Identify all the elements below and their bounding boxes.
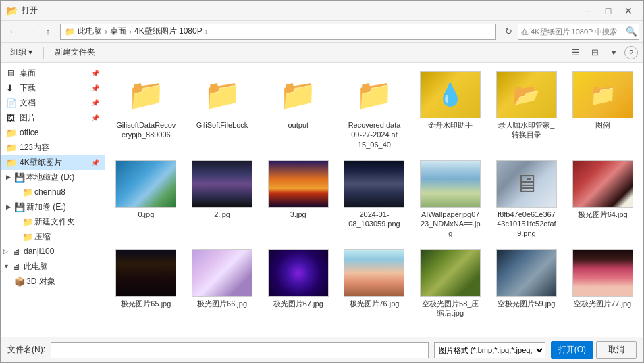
filename-input[interactable]: [51, 342, 429, 358]
file-label: 极光图片66.jpg: [197, 299, 247, 308]
sidebar-item-desktop[interactable]: 🖥 桌面 📌: [1, 66, 105, 80]
sidebar-item-label: 此电脑: [24, 261, 48, 272]
sidebar-item-newfolder[interactable]: 📁 新建文件夹: [1, 214, 105, 229]
sidebar-item-pictures[interactable]: 🖼 图片 📌: [1, 110, 105, 125]
file-label: AIWallpaperjpg0723_NDMxNA==.jpg: [420, 210, 481, 239]
sidebar-item-123[interactable]: 📁 123内容: [1, 140, 105, 155]
file-item[interactable]: 空极光图片58_压缩后.jpg: [415, 247, 486, 321]
sidebar-item-localdisk[interactable]: ▶ 💾 本地磁盘 (D:): [1, 170, 105, 185]
expand-arrow: ▷: [3, 248, 10, 255]
view-list-button[interactable]: ☰: [568, 45, 584, 60]
file-thumbnail: [268, 160, 329, 208]
sidebar-item-label: 4K壁纸图片: [20, 157, 62, 168]
file-thumbnail: [420, 249, 481, 297]
file-item[interactable]: 📂 录大咖水印管家_转换目录: [491, 68, 562, 152]
expand-arrow: ▼: [3, 263, 10, 270]
sidebar-item-label: 压缩: [34, 231, 51, 243]
file-thumbnail: [572, 160, 633, 208]
file-item[interactable]: 📁 GiliSoftFileLock: [187, 68, 258, 152]
file-item[interactable]: 0.jpg: [111, 158, 182, 241]
breadcrumb-current: 4K壁纸图片 1080P: [134, 26, 203, 37]
help-button[interactable]: ?: [624, 46, 638, 59]
file-label: 空极光图片58_压缩后.jpg: [420, 299, 481, 318]
file-item[interactable]: 📁 Recovered data 09-27-2024 at 15_06_40: [339, 68, 410, 152]
maximize-button[interactable]: □: [599, 3, 618, 19]
file-item[interactable]: 极光图片64.jpg: [567, 158, 638, 241]
forward-button[interactable]: →: [22, 24, 38, 40]
refresh-button[interactable]: ↻: [500, 24, 516, 40]
sidebar-item-newvol[interactable]: ▶ 💾 新加卷 (E:): [1, 199, 105, 214]
file-item[interactable]: 极光图片76.jpg: [339, 247, 410, 321]
file-item[interactable]: 空极光图片77.jpg: [567, 247, 638, 321]
file-item[interactable]: AIWallpaperjpg0723_NDMxNA==.jpg: [415, 158, 486, 241]
file-item[interactable]: 空极光图片59.jpg: [491, 247, 562, 321]
sidebar-item-thispc[interactable]: ▼ 🖥 此电脑: [1, 259, 105, 274]
main-area: 🖥 桌面 📌 ⬇ 下载 📌 📄 文档 📌 🖼 图片 📌 📁 of: [1, 63, 643, 337]
folder-icon: 📁: [6, 143, 17, 153]
file-label: 极光图片64.jpg: [578, 210, 628, 219]
file-thumbnail: 📁: [572, 71, 633, 118]
file-label: GilisoftDataRecoverypjb_889006: [115, 120, 176, 140]
toolbar: 组织 ▾ 新建文件夹 ☰ ⊞ ▾ ?: [1, 43, 643, 63]
file-label: 金舟水印助手: [428, 120, 473, 130]
file-item[interactable]: 📁 GilisoftDataRecoverypjb_889006: [111, 68, 182, 152]
file-item[interactable]: 极光图片66.jpg: [187, 247, 258, 321]
file-item[interactable]: 极光图片65.jpg: [111, 247, 182, 321]
folder-icon: 📁: [22, 217, 33, 227]
sidebar-item-label: 图片: [20, 112, 36, 124]
view-grid-button[interactable]: ⊞: [587, 45, 603, 60]
file-thumbnail: 📁: [115, 71, 176, 118]
sidebar-item-office[interactable]: 📁 office: [1, 125, 105, 140]
file-item[interactable]: 2024-01-08_103059.png: [339, 158, 410, 241]
file-label: 空极光图片77.jpg: [574, 299, 631, 308]
sidebar-item-downloads[interactable]: ⬇ 下载 📌: [1, 80, 105, 95]
filename-label: 文件名(N):: [7, 344, 45, 356]
new-folder-button[interactable]: 新建文件夹: [51, 45, 99, 60]
sidebar-item-compressed[interactable]: 📁 压缩: [1, 229, 105, 244]
sidebar-item-danji100[interactable]: ▷ 🖥 danji100: [1, 244, 105, 259]
bottom-bar: 文件名(N): 图片格式 (*.bmp;*.jpg;*.jpeg; 打开(O) …: [1, 337, 643, 362]
sidebar-item-label: 3D 对象: [26, 276, 55, 287]
file-thumbnail: [192, 249, 252, 297]
documents-icon: 📄: [6, 98, 17, 108]
file-label: 录大咖水印管家_转换目录: [496, 120, 557, 140]
open-button[interactable]: 打开(O): [551, 341, 593, 359]
file-item[interactable]: 2.jpg: [187, 158, 258, 241]
up-button[interactable]: ↑: [40, 24, 56, 40]
file-thumbnail: [496, 249, 557, 297]
file-thumbnail: [344, 249, 404, 297]
sidebar-item-label: office: [20, 128, 38, 137]
search-box: 🔍: [518, 24, 639, 40]
search-button[interactable]: 🔍: [624, 24, 639, 39]
file-thumbnail: 📂: [496, 71, 557, 118]
sidebar-item-4kwallpaper[interactable]: 📁 4K壁纸图片 📌: [1, 155, 105, 170]
organize-button[interactable]: 组织 ▾: [6, 45, 36, 60]
window-icon: 📂: [6, 5, 18, 16]
sidebar-item-label: danji100: [24, 247, 54, 256]
breadcrumb[interactable]: 📁 此电脑 › 桌面 › 4K壁纸图片 1080P ›: [60, 24, 496, 40]
cancel-button[interactable]: 取消: [596, 341, 637, 359]
sidebar-item-documents[interactable]: 📄 文档 📌: [1, 95, 105, 110]
file-item[interactable]: 📁 output: [263, 68, 333, 152]
file-thumbnail: [115, 160, 176, 208]
minimize-button[interactable]: ─: [579, 3, 597, 19]
close-button[interactable]: ✕: [619, 3, 638, 19]
sidebar-item-label: 新建文件夹: [34, 216, 75, 228]
sidebar-item-3d[interactable]: 📦 3D 对象: [1, 274, 105, 289]
file-label: 0.jpg: [138, 210, 154, 219]
file-item[interactable]: 极光图片67.jpg: [263, 247, 333, 321]
file-item[interactable]: 💧 金舟水印助手: [415, 68, 486, 152]
file-label: 3.jpg: [290, 210, 306, 219]
file-item[interactable]: 3.jpg: [263, 158, 333, 241]
folder-icon: 📁: [22, 187, 33, 197]
sidebar-item-label: 文档: [20, 97, 36, 109]
file-item[interactable]: 🖥 f8fb47e0e61e36743c10151fc52efaf9.png: [491, 158, 562, 241]
back-button[interactable]: ←: [5, 24, 21, 40]
view-dropdown-button[interactable]: ▾: [606, 45, 622, 60]
file-thumbnail: 📁: [344, 71, 404, 118]
file-item[interactable]: 📁 图例: [567, 68, 638, 152]
file-thumbnail: [115, 249, 176, 297]
filetype-select[interactable]: 图片格式 (*.bmp;*.jpg;*.jpeg;: [434, 342, 545, 358]
sidebar-item-chenhu8[interactable]: 📁 chenhu8: [1, 185, 105, 199]
search-input[interactable]: [518, 28, 624, 36]
